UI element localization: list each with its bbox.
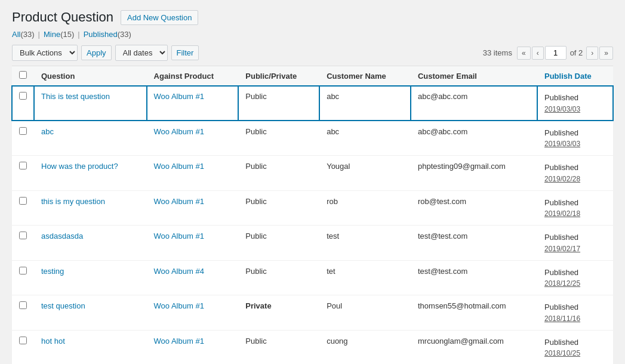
pub-date-value: 2019/02/28: [544, 174, 606, 184]
row-checkbox[interactable]: [19, 337, 27, 344]
product-link[interactable]: Woo Album #1: [154, 92, 204, 101]
publish-date-cell: Published2019/02/18: [537, 190, 613, 226]
publish-date-cell: Published2018/10/25: [537, 330, 613, 364]
customer-name-cell: Poul: [319, 295, 411, 331]
publish-date-cell: Published2019/03/03: [537, 86, 613, 121]
customer-name-cell: tet: [319, 260, 411, 295]
last-page-button[interactable]: »: [599, 47, 613, 60]
pub-status: Published: [544, 232, 606, 243]
visibility-cell: Public: [238, 190, 319, 226]
sep2: |: [78, 30, 79, 39]
header-against-product: Against Product: [147, 66, 239, 86]
product-link[interactable]: Woo Album #1: [154, 127, 204, 136]
question-link[interactable]: test question: [41, 301, 85, 310]
question-link[interactable]: This is test question: [41, 92, 110, 101]
question-link[interactable]: asdasdasda: [41, 232, 83, 240]
product-link[interactable]: Woo Album #1: [154, 232, 204, 240]
tablenav-right: 33 items « ‹ of 2 › »: [483, 46, 613, 60]
visibility-cell: Private: [238, 295, 319, 331]
next-page-button[interactable]: ›: [586, 47, 598, 60]
question-link[interactable]: hot hot: [41, 337, 65, 346]
pub-date-value: 2019/02/18: [544, 208, 606, 219]
row-checkbox[interactable]: [19, 127, 27, 135]
question-link[interactable]: abc: [41, 127, 54, 136]
visibility-cell: Public: [238, 330, 319, 364]
filter-links: All (33) | Mine (15) | Published (33): [12, 30, 613, 39]
mine-filter-link[interactable]: Mine: [44, 30, 60, 39]
header-checkbox-col: [12, 66, 34, 86]
tablenav: Bulk Actions Apply All dates Filter 33 i…: [12, 45, 613, 61]
all-filter-link[interactable]: All: [12, 30, 20, 39]
question-link[interactable]: testing: [41, 267, 64, 276]
pub-status: Published: [544, 337, 606, 348]
customer-name-cell: test: [319, 226, 411, 261]
publish-date-cell: Published2019/02/28: [537, 156, 613, 191]
product-link[interactable]: Woo Album #1: [154, 337, 204, 346]
pub-status: Published: [544, 162, 606, 174]
pub-status: Published: [544, 127, 606, 139]
row-checkbox[interactable]: [19, 162, 27, 169]
add-new-question-button[interactable]: Add New Question: [121, 10, 198, 25]
row-checkbox[interactable]: [19, 197, 27, 205]
page-title: Product Question: [12, 10, 113, 25]
publish-date-cell: Published2019/03/03: [537, 121, 613, 156]
visibility-cell: Public: [238, 156, 319, 191]
row-checkbox[interactable]: [19, 267, 27, 274]
customer-email-cell: thomsen55@hotmail.com: [411, 295, 537, 331]
items-count: 33 items: [483, 48, 512, 57]
mine-count: (15): [60, 30, 74, 39]
of-text: of 2: [570, 48, 583, 57]
question-link[interactable]: How was the product?: [41, 162, 118, 171]
visibility-cell: Public: [238, 86, 319, 121]
page-number-input[interactable]: [545, 46, 566, 60]
customer-email-cell: mrcuonglam@gmail.com: [411, 330, 537, 364]
published-count: (33): [118, 30, 131, 39]
customer-email-cell: abc@abc.com: [411, 121, 537, 156]
row-checkbox[interactable]: [19, 232, 27, 239]
questions-table: Question Against Product Public/Private …: [12, 66, 613, 364]
row-checkbox[interactable]: [19, 92, 27, 100]
publish-date-cell: Published2019/02/17: [537, 226, 613, 261]
pub-date-value: 2018/12/25: [544, 278, 606, 289]
customer-email-cell: test@test.com: [411, 226, 537, 261]
product-link[interactable]: Woo Album #1: [154, 162, 204, 171]
published-filter-link[interactable]: Published: [84, 30, 118, 39]
apply-button[interactable]: Apply: [81, 45, 112, 60]
customer-name-cell: Yougal: [319, 156, 411, 191]
question-link[interactable]: this is my question: [41, 197, 105, 206]
customer-email-cell: rob@test.com: [411, 190, 537, 226]
customer-email-cell: phptesting09@gmail.com: [411, 156, 537, 191]
prev-page-button[interactable]: ‹: [532, 47, 544, 60]
customer-name-cell: cuong: [319, 330, 411, 364]
product-link[interactable]: Woo Album #1: [154, 197, 204, 206]
row-checkbox[interactable]: [19, 301, 27, 309]
pub-status: Published: [544, 92, 606, 104]
pub-date-value: 2018/10/25: [544, 348, 606, 359]
visibility-cell: Public: [238, 121, 319, 156]
pub-date-value: 2019/03/03: [544, 104, 606, 115]
publish-date-cell: Published2018/12/25: [537, 260, 613, 295]
table-row: This is test questionWoo Album #1Publica…: [12, 86, 613, 121]
bulk-actions-select[interactable]: Bulk Actions: [12, 45, 78, 61]
table-row: abcWoo Album #1Publicabcabc@abc.comPubli…: [12, 121, 613, 156]
product-link[interactable]: Woo Album #1: [154, 301, 204, 310]
product-link[interactable]: Woo Album #4: [154, 267, 204, 276]
pub-date-value: 2018/11/16: [544, 313, 606, 324]
tablenav-left: Bulk Actions Apply All dates Filter: [12, 45, 199, 61]
select-all-checkbox[interactable]: [19, 71, 27, 79]
pub-date-value: 2019/03/03: [544, 138, 606, 149]
header-publish-date[interactable]: Publish Date: [537, 66, 613, 86]
customer-email-cell: abc@abc.com: [411, 86, 537, 121]
header-question[interactable]: Question: [34, 66, 147, 86]
dates-filter-select[interactable]: All dates: [115, 45, 168, 61]
first-page-button[interactable]: «: [517, 47, 531, 60]
customer-name-cell: rob: [319, 190, 411, 226]
filter-button[interactable]: Filter: [171, 45, 199, 60]
pub-date-value: 2019/02/17: [544, 243, 606, 254]
customer-name-cell: abc: [319, 86, 411, 121]
sep1: |: [38, 30, 40, 39]
table-row: test questionWoo Album #1PrivatePoulthom…: [12, 295, 613, 331]
table-row: hot hotWoo Album #1Publiccuongmrcuonglam…: [12, 330, 613, 364]
pagination: « ‹ of 2 › »: [517, 46, 613, 60]
table-row: How was the product?Woo Album #1PublicYo…: [12, 156, 613, 191]
